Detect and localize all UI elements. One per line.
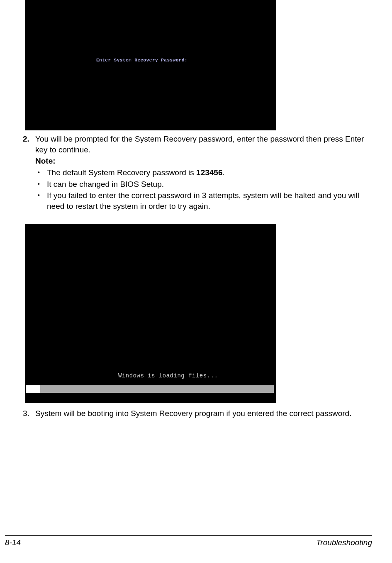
step-3: 3. System will be booting into System Re…: [23, 408, 372, 419]
step-3-number: 3.: [23, 408, 35, 419]
page-content: Enter System Recovery Password: 2. You w…: [0, 0, 392, 419]
footer-content: 8-14 Troubleshooting: [5, 537, 372, 548]
step-2-text: You will be prompted for the System Reco…: [35, 134, 372, 155]
step-2-number: 2.: [23, 134, 35, 155]
note-label: Note:: [35, 156, 372, 166]
note-item-2: • It can be changed in BIOS Setup.: [38, 179, 372, 190]
progress-bar-fill: [26, 385, 40, 393]
note-item-1-text: The default System Recovery password is …: [47, 167, 372, 178]
bullet-icon: •: [38, 179, 47, 190]
note-bullet-list: • The default System Recovery password i…: [38, 167, 372, 212]
note-item-3-text: If you failed to enter the correct passw…: [47, 190, 372, 211]
step-2: 2. You will be prompted for the System R…: [23, 134, 372, 155]
screenshot-windows-loading: Windows is loading files...: [25, 224, 276, 403]
bios-prompt-text: Enter System Recovery Password:: [96, 57, 187, 64]
page-number: 8-14: [5, 537, 21, 548]
progress-bar: [26, 385, 274, 393]
page-footer: 8-14 Troubleshooting: [0, 535, 392, 548]
bullet-icon: •: [38, 167, 47, 178]
screenshot-recovery-password: Enter System Recovery Password:: [25, 0, 276, 130]
step-3-text: System will be booting into System Recov…: [35, 408, 372, 419]
windows-loading-text: Windows is loading files...: [118, 372, 218, 380]
bullet-icon: •: [38, 190, 47, 211]
section-title: Troubleshooting: [316, 537, 372, 548]
progress-bar-track: [40, 385, 274, 393]
note-item-1: • The default System Recovery password i…: [38, 167, 372, 178]
footer-divider: [5, 535, 372, 536]
note-item-2-text: It can be changed in BIOS Setup.: [47, 179, 372, 190]
note-item-3: • If you failed to enter the correct pas…: [38, 190, 372, 211]
